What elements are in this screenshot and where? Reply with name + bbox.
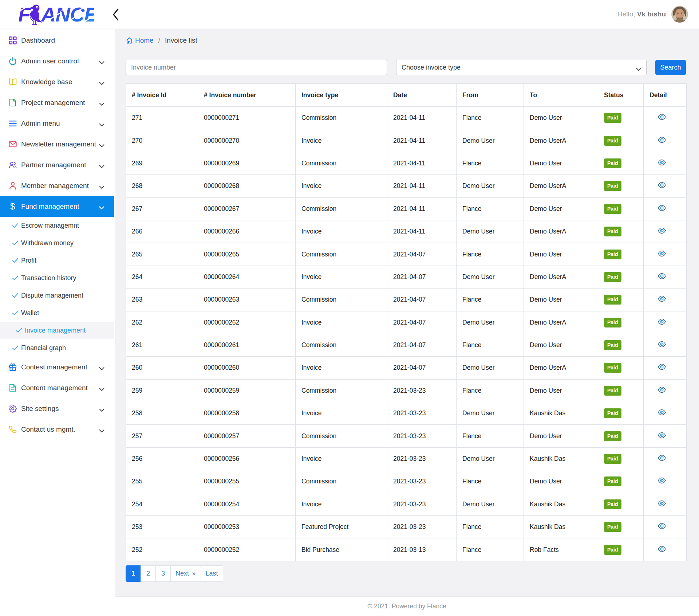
dashboard-icon bbox=[9, 36, 17, 44]
cell-date: 2021-04-07 bbox=[387, 334, 457, 356]
eye-icon[interactable] bbox=[657, 455, 666, 461]
sidebar-collapse-button[interactable] bbox=[110, 7, 122, 22]
sidebar-item-dashboard[interactable]: Dashboard bbox=[0, 30, 114, 51]
sidebar-item-fund-management[interactable]: $ Fund management bbox=[0, 196, 114, 217]
eye-icon[interactable] bbox=[657, 523, 666, 529]
eye-icon[interactable] bbox=[657, 546, 666, 552]
invoice-row: 261 0000000261 Commission 2021-04-07 Fla… bbox=[126, 334, 687, 356]
eye-icon[interactable] bbox=[657, 341, 666, 348]
cell-to: Demo User bbox=[524, 379, 598, 402]
eye-icon[interactable] bbox=[657, 137, 666, 143]
cell-invoice-number: 0000000265 bbox=[198, 243, 296, 266]
eye-icon[interactable] bbox=[657, 250, 666, 257]
check-icon bbox=[12, 345, 19, 350]
submenu-item-invoice-management[interactable]: Invoice management bbox=[0, 322, 114, 339]
sidebar-item-member-management[interactable]: Member management bbox=[0, 175, 114, 196]
cell-detail bbox=[644, 311, 687, 334]
cell-invoice-type: Invoice bbox=[296, 311, 387, 334]
chevron-down-icon bbox=[99, 184, 104, 191]
eye-icon[interactable] bbox=[657, 364, 666, 370]
cell-from: Flance bbox=[457, 289, 524, 311]
sidebar-item-project-management[interactable]: Project management bbox=[0, 92, 114, 113]
pagination-next[interactable]: Next» bbox=[170, 565, 201, 582]
submenu-item-withdrawn-money[interactable]: Withdrawn money bbox=[0, 234, 114, 252]
invoice-row: 253 0000000253 Featured Project 2021-03-… bbox=[126, 516, 687, 538]
column-header-detail: Detail bbox=[644, 84, 687, 107]
user-avatar[interactable] bbox=[671, 6, 688, 23]
cell-from: Demo User bbox=[457, 266, 524, 288]
cell-to: Kaushik Das bbox=[524, 516, 598, 538]
sidebar-item-admin-menu[interactable]: Admin menu bbox=[0, 113, 114, 134]
eye-icon[interactable] bbox=[657, 273, 666, 279]
submenu-item-financial-graph[interactable]: Financial graph bbox=[0, 339, 114, 357]
sidebar-item-contact-us-mgmt[interactable]: Contact us mgmt. bbox=[0, 419, 114, 440]
sidebar-item-label: Project management bbox=[21, 99, 85, 107]
status-badge: Paid bbox=[604, 158, 621, 168]
eye-icon[interactable] bbox=[657, 318, 666, 325]
cell-invoice-type: Commission bbox=[296, 152, 387, 174]
cell-invoice-type: Invoice bbox=[296, 266, 387, 288]
sidebar-item-site-settings[interactable]: Site settings bbox=[0, 398, 114, 419]
pagination-last[interactable]: Last bbox=[201, 565, 223, 582]
cell-date: 2021-03-23 bbox=[387, 379, 457, 402]
cell-status: Paid bbox=[598, 402, 644, 425]
cell-invoice-type: Commission bbox=[296, 289, 387, 311]
sidebar-item-content-management[interactable]: Content management bbox=[0, 377, 114, 398]
svg-text:F: F bbox=[19, 3, 31, 26]
cell-invoice-id: 261 bbox=[126, 334, 198, 356]
status-badge: Paid bbox=[604, 499, 621, 509]
eye-icon[interactable] bbox=[657, 432, 666, 439]
cell-date: 2021-04-07 bbox=[387, 357, 457, 379]
eye-icon[interactable] bbox=[657, 409, 666, 416]
invoice-number-input[interactable] bbox=[126, 60, 387, 75]
double-chevron-right-icon: » bbox=[192, 569, 196, 577]
sidebar-item-knowledge-base[interactable]: Knowledge base bbox=[0, 71, 114, 92]
cell-invoice-id: 257 bbox=[126, 425, 198, 447]
cell-date: 2021-03-23 bbox=[387, 470, 457, 493]
submenu-item-escrow-management[interactable]: Escrow managemnt bbox=[0, 217, 114, 234]
hamburger-menu-icon bbox=[9, 119, 17, 127]
flance-logo[interactable]: F ANCE bbox=[19, 3, 94, 26]
submenu-item-profit[interactable]: Profit bbox=[0, 252, 114, 269]
invoice-row: 269 0000000269 Commission 2021-04-11 Fla… bbox=[126, 152, 687, 174]
submenu-item-dispute-management[interactable]: Dispute management bbox=[0, 287, 114, 304]
eye-icon[interactable] bbox=[657, 182, 666, 188]
eye-icon[interactable] bbox=[657, 114, 666, 120]
invoice-table: # Invoice Id # Invoice number Invoice ty… bbox=[126, 83, 687, 561]
eye-icon[interactable] bbox=[657, 295, 666, 302]
sidebar-item-newsletter-management[interactable]: Newsletter management bbox=[0, 134, 114, 154]
cell-invoice-number: 0000000259 bbox=[198, 379, 296, 402]
cell-date: 2021-03-13 bbox=[387, 538, 457, 561]
submenu-item-wallet[interactable]: Wallet bbox=[0, 304, 114, 322]
eye-icon[interactable] bbox=[657, 227, 666, 234]
cell-status: Paid bbox=[598, 538, 644, 561]
invoice-row: 270 0000000270 Invoice 2021-04-11 Demo U… bbox=[126, 129, 687, 152]
sidebar-item-contest-management[interactable]: Contest management bbox=[0, 357, 114, 377]
pagination-page-1[interactable]: 1 bbox=[126, 565, 141, 582]
eye-icon[interactable] bbox=[657, 159, 666, 166]
cell-to: Rob Facts bbox=[524, 538, 598, 561]
pagination-page-3[interactable]: 3 bbox=[155, 565, 171, 582]
submenu-item-transaction-history[interactable]: Transaction history bbox=[0, 269, 114, 287]
pagination-page-2[interactable]: 2 bbox=[141, 565, 156, 582]
search-button[interactable]: Search bbox=[655, 60, 686, 75]
cell-invoice-number: 0000000252 bbox=[198, 538, 296, 561]
cell-invoice-type: Commission bbox=[296, 107, 387, 129]
submenu-item-label: Financial graph bbox=[21, 344, 66, 352]
eye-icon[interactable] bbox=[657, 387, 666, 393]
submenu-item-label: Escrow managemnt bbox=[21, 222, 79, 229]
cell-invoice-number: 0000000258 bbox=[198, 402, 296, 425]
invoice-type-select[interactable]: Choose invoice type bbox=[396, 60, 647, 75]
sidebar-item-partner-management[interactable]: Partner management bbox=[0, 154, 114, 175]
eye-icon[interactable] bbox=[657, 500, 666, 507]
eye-icon[interactable] bbox=[657, 477, 666, 484]
invoice-row: 260 0000000260 Invoice 2021-04-07 Demo U… bbox=[126, 357, 687, 379]
cell-from: Flance bbox=[457, 107, 524, 129]
invoice-table-body: 271 0000000271 Commission 2021-04-11 Fla… bbox=[126, 107, 687, 561]
breadcrumb-home-link[interactable]: Home bbox=[126, 36, 154, 44]
eye-icon[interactable] bbox=[657, 205, 666, 211]
cell-invoice-id: 254 bbox=[126, 493, 198, 515]
sidebar-item-admin-user-control[interactable]: Admin user control bbox=[0, 51, 114, 71]
invoice-row: 258 0000000258 Invoice 2021-03-23 Demo U… bbox=[126, 402, 687, 425]
cell-invoice-id: 256 bbox=[126, 447, 198, 470]
